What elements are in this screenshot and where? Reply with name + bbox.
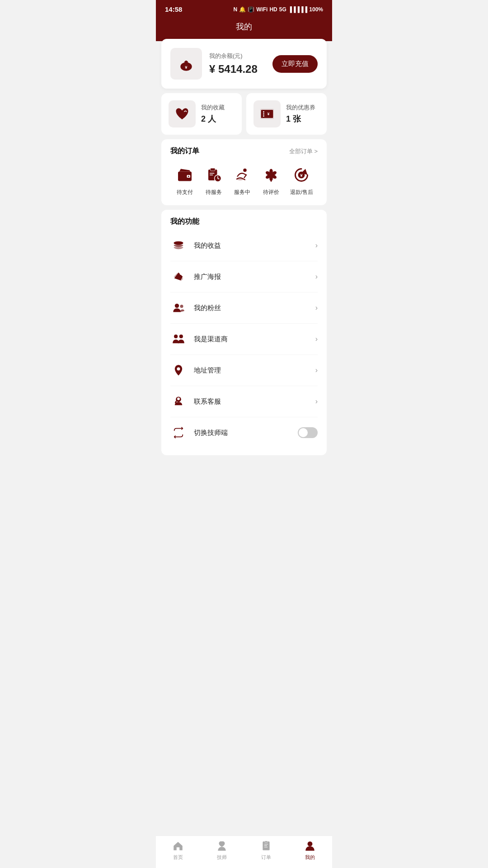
svg-point-40 bbox=[177, 397, 180, 400]
order-refund-label: 退款/售后 bbox=[290, 189, 313, 196]
coupon-icon: ¥ bbox=[259, 106, 275, 122]
bottom-nav: 首页 技师 订单 bbox=[156, 835, 332, 868]
order-refund[interactable]: ¥ 退款/售后 bbox=[290, 165, 313, 196]
function-switch-tech[interactable]: 切换技师端 bbox=[170, 417, 318, 448]
function-earnings[interactable]: 我的收益 › bbox=[170, 230, 318, 261]
nav-home[interactable]: 首页 bbox=[156, 840, 200, 861]
svg-point-7 bbox=[263, 113, 264, 115]
function-address[interactable]: 地址管理 › bbox=[170, 355, 318, 386]
svg-point-34 bbox=[175, 304, 179, 308]
balance-icon-wrap: ¥ bbox=[170, 48, 202, 80]
poster-icon bbox=[172, 270, 185, 283]
order-pending-review-label: 待评价 bbox=[263, 189, 279, 196]
balance-card: ¥ 我的余额(元) ¥ 5414.28 立即充值 bbox=[161, 39, 327, 89]
orders-icon bbox=[260, 840, 272, 852]
address-arrow-icon: › bbox=[315, 366, 318, 374]
function-fans[interactable]: 我的粉丝 › bbox=[170, 292, 318, 324]
nav-mine-label: 我的 bbox=[305, 854, 315, 861]
svg-point-37 bbox=[179, 335, 183, 338]
service-arrow-icon: › bbox=[315, 397, 318, 406]
orders-card: 我的订单 全部订单 > 待支付 bbox=[161, 139, 327, 205]
favorites-value: 2 人 bbox=[201, 113, 225, 124]
svg-point-28 bbox=[269, 173, 273, 177]
nav-technician-label: 技师 bbox=[217, 854, 227, 861]
svg-rect-42 bbox=[264, 844, 268, 844]
order-pending-review[interactable]: 待评价 bbox=[261, 165, 281, 196]
order-in-service[interactable]: 服务中 bbox=[232, 165, 252, 196]
coupons-icon-wrap: ¥ bbox=[253, 100, 281, 127]
favorites-icon-wrap bbox=[169, 100, 196, 127]
svg-point-12 bbox=[188, 176, 189, 177]
address-icon bbox=[172, 364, 185, 377]
wallet-icon bbox=[177, 167, 193, 183]
home-icon bbox=[172, 840, 184, 852]
svg-text:¥: ¥ bbox=[267, 112, 270, 116]
svg-text:¥: ¥ bbox=[185, 65, 188, 70]
coupons-value: 1 张 bbox=[286, 113, 315, 124]
order-pending-pay[interactable]: 待支付 bbox=[175, 165, 195, 196]
stats-row: 我的收藏 2 人 ¥ 我的优惠券 1 张 bbox=[161, 93, 327, 135]
svg-point-33 bbox=[180, 273, 182, 275]
function-distributor[interactable]: 我是渠道商 › bbox=[170, 324, 318, 355]
nav-mine[interactable]: 我的 bbox=[288, 840, 333, 861]
all-orders-link[interactable]: 全部订单 > bbox=[289, 147, 318, 156]
nav-orders-label: 订单 bbox=[261, 854, 271, 861]
svg-point-38 bbox=[177, 368, 180, 371]
svg-rect-45 bbox=[265, 841, 268, 842]
function-poster[interactable]: 推广海报 › bbox=[170, 261, 318, 292]
functions-title: 我的功能 bbox=[170, 217, 318, 226]
page-title: 我的 bbox=[236, 22, 252, 31]
clipboard-clock-icon bbox=[206, 167, 222, 183]
order-in-service-label: 服务中 bbox=[234, 189, 250, 196]
svg-point-8 bbox=[263, 115, 264, 117]
order-pending-pay-label: 待支付 bbox=[177, 189, 193, 196]
svg-point-46 bbox=[308, 841, 313, 846]
money-bag-icon: ¥ bbox=[178, 55, 195, 72]
service-icon bbox=[172, 395, 185, 408]
distributor-arrow-icon: › bbox=[315, 335, 318, 343]
svg-point-20 bbox=[244, 169, 247, 172]
function-service[interactable]: 联系客服 › bbox=[170, 386, 318, 417]
function-poster-label: 推广海报 bbox=[194, 273, 315, 281]
svg-point-21 bbox=[237, 178, 244, 180]
status-bar: 14:58 N 🔔 📳 WiFi HD 5G ▐▐▐▐▐ 100% bbox=[156, 0, 332, 17]
fans-icon bbox=[172, 302, 185, 314]
recharge-button[interactable]: 立即充值 bbox=[272, 55, 318, 73]
function-switch-tech-label: 切换技师端 bbox=[194, 429, 298, 437]
order-types: 待支付 待服务 bbox=[170, 165, 318, 196]
svg-rect-19 bbox=[210, 175, 213, 175]
order-pending-service[interactable]: 待服务 bbox=[204, 165, 224, 196]
function-earnings-label: 我的收益 bbox=[194, 241, 315, 250]
mine-icon bbox=[304, 840, 316, 852]
balance-label: 我的余额(元) bbox=[209, 52, 265, 60]
svg-rect-44 bbox=[264, 847, 267, 847]
switch-icon bbox=[172, 426, 185, 439]
nav-home-label: 首页 bbox=[173, 854, 183, 861]
nav-orders[interactable]: 订单 bbox=[244, 840, 288, 861]
order-pending-service-label: 待服务 bbox=[206, 189, 222, 196]
orders-title: 我的订单 bbox=[170, 146, 199, 156]
status-time: 14:58 bbox=[165, 5, 182, 13]
status-icons: N 🔔 📳 WiFi HD 5G ▐▐▐▐▐ 100% bbox=[234, 6, 323, 13]
function-fans-label: 我的粉丝 bbox=[194, 304, 315, 312]
function-service-label: 联系客服 bbox=[194, 397, 315, 406]
svg-rect-43 bbox=[264, 845, 267, 846]
distributor-icon bbox=[172, 333, 185, 345]
svg-rect-18 bbox=[210, 173, 215, 174]
function-distributor-label: 我是渠道商 bbox=[194, 335, 315, 344]
favorites-label: 我的收藏 bbox=[201, 104, 225, 112]
switch-tech-toggle[interactable] bbox=[298, 427, 318, 438]
flower-icon bbox=[263, 167, 279, 183]
refund-icon: ¥ bbox=[293, 167, 310, 183]
svg-rect-1 bbox=[185, 61, 188, 63]
functions-card: 我的功能 我的收益 › 推广 bbox=[161, 210, 327, 455]
coupons-card[interactable]: ¥ 我的优惠券 1 张 bbox=[246, 93, 327, 135]
heart-icon bbox=[174, 106, 190, 122]
nav-technician[interactable]: 技师 bbox=[200, 840, 244, 861]
favorites-card[interactable]: 我的收藏 2 人 bbox=[161, 93, 242, 135]
earnings-icon bbox=[172, 239, 185, 252]
balance-amount: ¥ 5414.28 bbox=[209, 63, 265, 75]
svg-point-35 bbox=[180, 305, 183, 308]
balance-info: 我的余额(元) ¥ 5414.28 bbox=[209, 52, 265, 75]
svg-point-6 bbox=[263, 111, 264, 113]
